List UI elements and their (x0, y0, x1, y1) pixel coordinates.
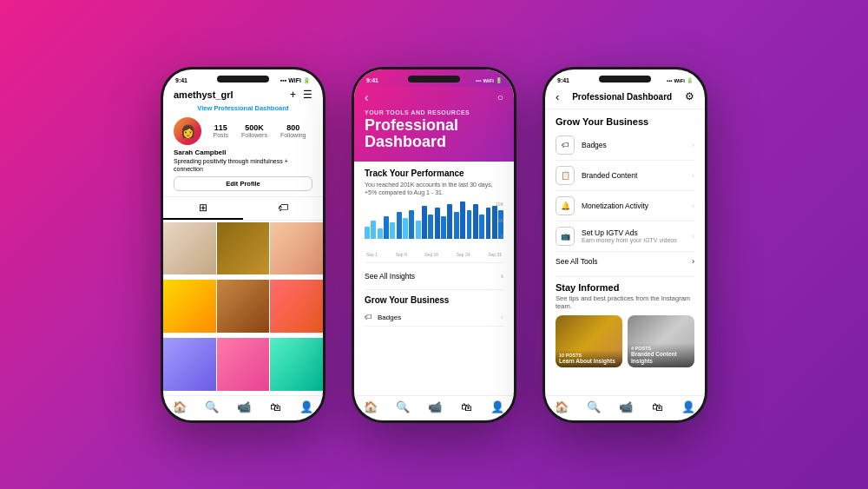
phone-notch-1 (217, 76, 269, 83)
profile-content: amethyst_grl + ☰ View Professional Dashb… (163, 87, 323, 420)
p3-branded-item[interactable]: 📋 Branded Content › (556, 161, 694, 191)
photo-4[interactable] (163, 280, 216, 333)
stat-posts: 115 Posts (213, 123, 228, 138)
nav-profile-3[interactable]: 👤 (681, 400, 695, 413)
followers-label: Followers (241, 132, 267, 138)
bottom-nav-2: 🏠 🔍 📹 🛍 👤 (354, 395, 514, 420)
info-card-1[interactable]: 10 POSTS Learn About Insights (556, 315, 622, 367)
p3-igtv-item[interactable]: 📺 Set Up IGTV Ads Earn money from your I… (556, 221, 694, 252)
p3-content: ‹ Professional Dashboard ⚙ Grow Your Bus… (545, 87, 705, 420)
info-card-2[interactable]: 4 POSTS Branded Content Insights (628, 315, 694, 367)
view-dashboard-link[interactable]: View Professional Dashboard (163, 104, 323, 116)
see-all-insights[interactable]: See All Insights › (365, 268, 503, 284)
grow-title-2: Grow Your Business (365, 295, 503, 305)
phone-2: 9:41 ▪▪▪ WiFi 🔋 ‹ ○ YOUR TOOLS AND RESOU… (352, 67, 516, 423)
photo-2[interactable] (217, 222, 270, 275)
signal-icon-3: ▪▪▪ (667, 78, 672, 83)
p3-badges-icon: 🏷 (556, 135, 575, 155)
bar-8 (416, 221, 421, 240)
dashboard-header: ‹ ○ YOUR TOOLS AND RESOURCES Professiona… (354, 87, 514, 162)
nav-home-2[interactable]: 🏠 (364, 400, 378, 413)
nav-shop-1[interactable]: 🛍 (270, 400, 281, 413)
photo-7[interactable] (163, 338, 216, 391)
bottom-nav-3: 🏠 🔍 📹 🛍 👤 (545, 395, 705, 420)
wifi-icon-1: WiFi (288, 77, 301, 83)
card-overlay-2: 4 POSTS Branded Content Insights (628, 343, 694, 367)
info-cards-row: 10 POSTS Learn About Insights 4 POSTS Br… (556, 315, 694, 367)
bar-5 (397, 212, 402, 239)
p3-branded-arrow: › (692, 171, 694, 180)
photo-3[interactable] (270, 222, 323, 275)
bar-12 (441, 216, 446, 239)
photo-5[interactable] (217, 280, 270, 333)
nav-home-3[interactable]: 🏠 (555, 400, 569, 413)
bar-17 (473, 204, 478, 240)
search-button-2[interactable]: ○ (497, 91, 503, 103)
photo-6[interactable] (270, 280, 323, 333)
bar-11 (435, 208, 440, 239)
p3-igtv-arrow: › (692, 232, 694, 241)
nav-shop-2[interactable]: 🛍 (461, 400, 472, 413)
nav-profile-2[interactable]: 👤 (490, 400, 504, 413)
status-icons-2: ▪▪▪ WiFi 🔋 (476, 77, 502, 83)
badges-arrow-2: › (501, 313, 503, 321)
x-label-sep24: Sep 24 (457, 252, 470, 257)
photo-1[interactable] (163, 222, 216, 275)
profile-header-icons: + ☰ (290, 89, 312, 101)
y-axis: 10K 5K 0 (496, 202, 503, 239)
settings-icon-3[interactable]: ⚙ (685, 90, 694, 102)
nav-reels-2[interactable]: 📹 (428, 400, 442, 413)
card-1-title: Learn About Insights (559, 358, 619, 365)
photo-9[interactable] (270, 338, 323, 391)
nav-search-2[interactable]: 🔍 (396, 400, 410, 413)
bar-9 (422, 206, 427, 239)
nav-home-1[interactable]: 🏠 (173, 400, 187, 413)
edit-profile-button[interactable]: Edit Profile (174, 176, 312, 191)
see-all-tools-text: See All Tools (556, 257, 598, 266)
profile-username: amethyst_grl (174, 89, 233, 100)
nav-reels-3[interactable]: 📹 (619, 400, 633, 413)
bottom-nav-1: 🏠 🔍 📹 🛍 👤 (163, 395, 323, 420)
badges-item-2[interactable]: 🏷 Badges › (365, 308, 503, 327)
x-label-sep31: Sep 31 (488, 252, 502, 257)
photo-grid (163, 222, 323, 395)
see-all-tools[interactable]: See All Tools › (556, 252, 694, 271)
track-title: Track Your Performance (365, 169, 503, 178)
nav-search-1[interactable]: 🔍 (205, 400, 219, 413)
profile-tabs: ⊞ 🏷 (163, 196, 323, 221)
see-all-insights-arrow: › (501, 272, 503, 281)
bar-18 (479, 215, 484, 240)
tab-tagged[interactable]: 🏷 (243, 197, 323, 220)
bar-14 (454, 212, 459, 239)
phone-notch-2 (408, 76, 460, 83)
back-button-2[interactable]: ‹ (365, 90, 369, 104)
menu-icon[interactable]: ☰ (303, 89, 312, 101)
status-time-3: 9:41 (557, 77, 569, 83)
nav-reels-1[interactable]: 📹 (237, 400, 251, 413)
tab-grid[interactable]: ⊞ (163, 197, 243, 220)
p3-branded-icon: 📋 (556, 166, 575, 185)
wifi-icon-3: WiFi (674, 78, 685, 83)
dash-title: ProfessionalDashboard (365, 117, 503, 152)
p3-monetization-left: 🔔 Monetization Activity (556, 196, 648, 215)
photo-8[interactable] (217, 338, 270, 391)
y-label-5k: 5K (498, 218, 503, 223)
divider-p3 (556, 276, 694, 277)
bar-4 (390, 222, 395, 239)
add-icon[interactable]: + (290, 89, 296, 101)
x-axis: Sep 1 Sep 8 Sep 16 Sep 24 Sep 31 (365, 252, 503, 257)
battery-icon-2: 🔋 (496, 77, 502, 83)
bars-area (365, 202, 503, 249)
back-button-3[interactable]: ‹ (556, 90, 559, 103)
p3-monetization-item[interactable]: 🔔 Monetization Activity › (556, 191, 694, 221)
posts-label: Posts (213, 132, 228, 138)
nav-profile-1[interactable]: 👤 (299, 400, 313, 413)
wifi-icon-2: WiFi (483, 78, 494, 83)
p3-badges-text: Badges (582, 141, 607, 149)
bar-16 (467, 210, 472, 239)
stat-followers: 500K Followers (241, 123, 267, 138)
nav-search-3[interactable]: 🔍 (587, 400, 601, 413)
badges-icon-2: 🏷 (365, 313, 372, 321)
nav-shop-3[interactable]: 🛍 (652, 400, 663, 413)
p3-badges-item[interactable]: 🏷 Badges › (556, 130, 694, 161)
